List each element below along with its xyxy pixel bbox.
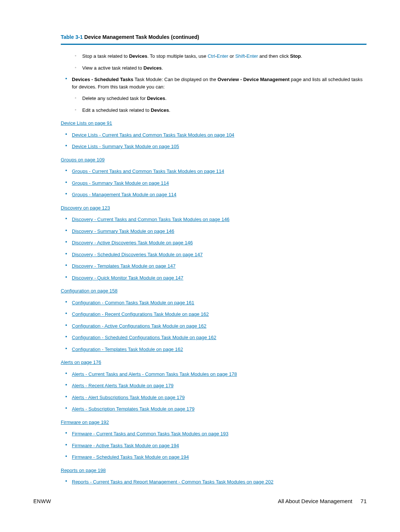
list-item: Configuration - Common Tasks Task Module… xyxy=(61,299,367,307)
section-list: Firmware - Current Tasks and Common Task… xyxy=(61,430,367,461)
list-item-link[interactable]: Discovery - Active Discoveries Task Modu… xyxy=(72,240,193,245)
list-item-link[interactable]: Firmware - Current Tasks and Common Task… xyxy=(72,431,229,436)
list-item-link[interactable]: Discovery - Quick Monitor Task Module on… xyxy=(72,275,183,281)
list-item: Discovery - Scheduled Discoveries Task M… xyxy=(61,251,367,258)
list-item: Device Lists - Current Tasks and Common … xyxy=(61,131,367,139)
section-heading-link[interactable]: Groups on page 109 xyxy=(61,157,105,163)
section-list: Reports - Current Tasks and Report Manag… xyxy=(61,478,367,486)
list-item: Configuration - Recent Configurations Ta… xyxy=(61,311,367,318)
list-item-link[interactable]: Reports - Current Tasks and Report Manag… xyxy=(72,479,273,485)
page-footer: ENWW All About Device Management 71 xyxy=(33,497,367,506)
section-list: Groups - Current Tasks and Common Tasks … xyxy=(61,168,367,198)
content-body: Stop a task related to Devices. To stop … xyxy=(61,47,367,486)
section-heading: Device Lists on page 91 xyxy=(61,120,367,127)
sub-item-delete-scheduled: Delete any scheduled task for Devices. xyxy=(61,95,367,102)
list-item-link[interactable]: Device Lists - Summary Task Module on pa… xyxy=(72,144,179,149)
section-heading-link[interactable]: Reports on page 198 xyxy=(61,468,106,473)
list-item-link[interactable]: Firmware - Scheduled Tasks Task Module o… xyxy=(72,454,189,460)
list-item-link[interactable]: Alerts - Current Tasks and Alerts - Comm… xyxy=(72,371,237,377)
list-item: Discovery - Active Discoveries Task Modu… xyxy=(61,239,367,247)
list-item: Discovery - Current Tasks and Common Tas… xyxy=(61,216,367,223)
list-item: Configuration - Scheduled Configurations… xyxy=(61,334,367,341)
list-item: Firmware - Scheduled Tasks Task Module o… xyxy=(61,454,367,461)
list-item-link[interactable]: Firmware - Active Tasks Task Module on p… xyxy=(72,443,179,448)
section-heading: Groups on page 109 xyxy=(61,156,367,164)
list-item: Alerts - Current Tasks and Alerts - Comm… xyxy=(61,371,367,378)
list-item: Groups - Summary Task Module on page 114 xyxy=(61,180,367,187)
list-item: Discovery - Templates Task Module on pag… xyxy=(61,262,367,270)
page: Table 3-1 Device Management Task Modules… xyxy=(0,0,400,532)
footer-section-title: All About Device Management xyxy=(278,498,352,504)
list-item-link[interactable]: Alerts - Recent Alerts Task Module on pa… xyxy=(72,383,173,388)
sub-item-view-task: View a active task related to Devices. xyxy=(61,64,367,72)
section-list: Alerts - Current Tasks and Alerts - Comm… xyxy=(61,371,367,413)
list-item-link[interactable]: Configuration - Scheduled Configurations… xyxy=(72,335,216,340)
list-item-link[interactable]: Discovery - Scheduled Discoveries Task M… xyxy=(72,252,203,257)
list-item-link[interactable]: Discovery - Summary Task Module on page … xyxy=(72,228,174,234)
scheduled-tasks-bullet: Devices - Scheduled Tasks Task Module: C… xyxy=(61,76,367,90)
section-heading: Reports on page 198 xyxy=(61,467,367,474)
list-item: Alerts - Alert Subscriptions Task Module… xyxy=(61,394,367,401)
list-item-link[interactable]: Configuration - Recent Configurations Ta… xyxy=(72,311,209,317)
list-item-link[interactable]: Configuration - Active Configurations Ta… xyxy=(72,323,206,329)
footer-page-number: 71 xyxy=(360,498,367,504)
section-list: Device Lists - Current Tasks and Common … xyxy=(61,131,367,150)
section-list: Discovery - Current Tasks and Common Tas… xyxy=(61,216,367,281)
table-label: Table 3-1 xyxy=(61,34,83,40)
section-list: Configuration - Common Tasks Task Module… xyxy=(61,299,367,353)
table-caption: Table 3-1 Device Management Task Modules… xyxy=(61,33,367,41)
list-item-link[interactable]: Configuration - Templates Task Module on… xyxy=(72,347,183,352)
list-item: Firmware - Current Tasks and Common Task… xyxy=(61,430,367,438)
list-item-link[interactable]: Groups - Summary Task Module on page 114 xyxy=(72,180,169,186)
list-item: Discovery - Summary Task Module on page … xyxy=(61,228,367,235)
section-heading: Alerts on page 176 xyxy=(61,359,367,366)
list-item-link[interactable]: Device Lists - Current Tasks and Common … xyxy=(72,132,234,138)
list-item: Device Lists - Summary Task Module on pa… xyxy=(61,143,367,150)
section-heading-link[interactable]: Configuration on page 158 xyxy=(61,288,117,294)
list-item-link[interactable]: Alerts - Alert Subscriptions Task Module… xyxy=(72,395,185,400)
section-heading: Configuration on page 158 xyxy=(61,287,367,295)
table-top-border xyxy=(61,44,367,45)
footer-left: ENWW xyxy=(33,498,51,505)
sections-container: Device Lists on page 91Device Lists - Cu… xyxy=(61,120,367,486)
list-item: Configuration - Templates Task Module on… xyxy=(61,346,367,353)
list-item-link[interactable]: Alerts - Subscription Templates Task Mod… xyxy=(72,406,194,412)
list-item: Reports - Current Tasks and Report Manag… xyxy=(61,478,367,486)
sub-item-stop-task: Stop a task related to Devices. To stop … xyxy=(61,53,367,60)
list-item: Configuration - Active Configurations Ta… xyxy=(61,322,367,330)
list-item: Alerts - Recent Alerts Task Module on pa… xyxy=(61,382,367,389)
list-item-link[interactable]: Discovery - Current Tasks and Common Tas… xyxy=(72,217,230,222)
section-heading-link[interactable]: Firmware on page 192 xyxy=(61,419,109,425)
footer-right: All About Device Management 71 xyxy=(278,497,367,506)
section-heading-link[interactable]: Alerts on page 176 xyxy=(61,359,101,365)
list-item: Groups - Management Task Module on page … xyxy=(61,191,367,198)
list-item-link[interactable]: Configuration - Common Tasks Task Module… xyxy=(72,300,194,305)
list-item: Groups - Current Tasks and Common Tasks … xyxy=(61,168,367,175)
sub-item-edit-scheduled: Edit a scheduled task related to Devices… xyxy=(61,107,367,114)
list-item-link[interactable]: Groups - Current Tasks and Common Tasks … xyxy=(72,168,224,174)
section-heading: Discovery on page 123 xyxy=(61,204,367,212)
list-item-link[interactable]: Groups - Management Task Module on page … xyxy=(72,192,176,197)
section-heading-link[interactable]: Device Lists on page 91 xyxy=(61,120,112,126)
list-item: Alerts - Subscription Templates Task Mod… xyxy=(61,405,367,413)
section-heading-link[interactable]: Discovery on page 123 xyxy=(61,205,110,211)
list-item-link[interactable]: Discovery - Templates Task Module on pag… xyxy=(72,263,176,269)
list-item: Firmware - Active Tasks Task Module on p… xyxy=(61,442,367,449)
list-item: Discovery - Quick Monitor Task Module on… xyxy=(61,274,367,282)
section-heading: Firmware on page 192 xyxy=(61,419,367,426)
table-title: Device Management Task Modules (continue… xyxy=(84,34,199,40)
